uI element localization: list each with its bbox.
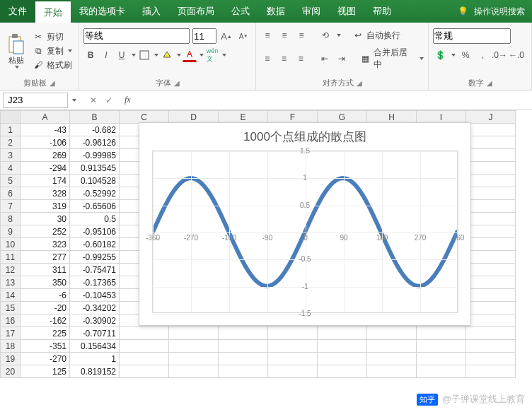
cell[interactable]: 350 bbox=[21, 276, 70, 289]
row-header[interactable]: 17 bbox=[1, 327, 21, 340]
increase-decimal-button[interactable]: .0→ bbox=[492, 48, 507, 62]
cell[interactable]: 277 bbox=[21, 251, 70, 264]
tab-my[interactable]: 我的选项卡 bbox=[71, 0, 134, 23]
cell[interactable] bbox=[466, 200, 516, 213]
cell[interactable]: 0.5 bbox=[70, 213, 120, 225]
decrease-decimal-button[interactable]: ←.0 bbox=[509, 48, 524, 62]
font-name-select[interactable] bbox=[83, 28, 190, 44]
font-size-select[interactable] bbox=[192, 28, 216, 44]
cell[interactable] bbox=[466, 289, 516, 302]
tab-file[interactable]: 文件 bbox=[0, 0, 35, 23]
cell[interactable]: -294 bbox=[21, 162, 70, 175]
cell[interactable] bbox=[417, 327, 466, 340]
tab-review[interactable]: 审阅 bbox=[294, 0, 329, 23]
cell[interactable]: -0.95106 bbox=[70, 225, 120, 238]
tab-data[interactable]: 数据 bbox=[258, 0, 294, 23]
cell[interactable] bbox=[466, 327, 516, 340]
col-header-D[interactable]: D bbox=[169, 111, 219, 124]
cell[interactable] bbox=[466, 124, 516, 136]
embedded-chart[interactable]: 1000个点组成的散点图 -360-270-180-90090180270360… bbox=[139, 122, 471, 326]
cell[interactable] bbox=[367, 340, 417, 353]
row-header[interactable]: 19 bbox=[1, 353, 21, 365]
cell[interactable] bbox=[120, 353, 169, 365]
cell[interactable] bbox=[417, 340, 466, 353]
cell[interactable]: 0.156434 bbox=[70, 340, 120, 353]
cell[interactable]: -351 bbox=[21, 340, 70, 353]
col-header-I[interactable]: I bbox=[417, 111, 466, 124]
cell[interactable] bbox=[367, 353, 417, 365]
cell[interactable]: -0.17365 bbox=[70, 276, 120, 289]
cell[interactable]: 252 bbox=[21, 225, 70, 238]
cell[interactable]: -43 bbox=[21, 124, 70, 136]
cell[interactable]: -0.60182 bbox=[70, 238, 120, 251]
cell[interactable]: 225 bbox=[21, 327, 70, 340]
italic-button[interactable]: I bbox=[99, 48, 113, 62]
decrease-font-button[interactable]: A▼ bbox=[236, 29, 250, 43]
cell[interactable] bbox=[367, 365, 417, 378]
cell[interactable]: 1 bbox=[70, 353, 120, 365]
cell[interactable] bbox=[466, 276, 516, 289]
row-header[interactable]: 6 bbox=[1, 187, 21, 200]
cell[interactable] bbox=[219, 327, 268, 340]
cell[interactable]: -0.99255 bbox=[70, 251, 120, 264]
cell[interactable] bbox=[417, 365, 466, 378]
cell[interactable]: -162 bbox=[21, 314, 70, 327]
cell[interactable]: -0.30902 bbox=[70, 314, 120, 327]
align-bottom-button[interactable]: ≡ bbox=[294, 28, 308, 42]
cell[interactable]: -0.34202 bbox=[70, 302, 120, 314]
cell[interactable] bbox=[219, 340, 268, 353]
cell[interactable]: -0.70711 bbox=[70, 327, 120, 340]
cell[interactable] bbox=[466, 264, 516, 276]
col-header-C[interactable]: C bbox=[120, 111, 169, 124]
cell[interactable] bbox=[466, 149, 516, 162]
cell[interactable]: 269 bbox=[21, 149, 70, 162]
tell-me-search[interactable]: 操作说明搜索 bbox=[474, 6, 525, 18]
merge-center-button[interactable]: 合并后居中 bbox=[374, 47, 415, 71]
comma-button[interactable]: , bbox=[475, 48, 490, 62]
cell[interactable] bbox=[268, 365, 318, 378]
format-painter-button[interactable]: 🖌格式刷 bbox=[33, 59, 72, 71]
confirm-formula-button[interactable]: ✓ bbox=[102, 95, 116, 105]
cell[interactable] bbox=[466, 225, 516, 238]
cell[interactable] bbox=[169, 365, 219, 378]
row-header[interactable]: 3 bbox=[1, 149, 21, 162]
cell[interactable] bbox=[219, 353, 268, 365]
col-header-H[interactable]: H bbox=[367, 111, 417, 124]
cell[interactable]: -106 bbox=[21, 136, 70, 149]
font-expand[interactable]: ◢ bbox=[174, 79, 180, 87]
cell[interactable] bbox=[219, 365, 268, 378]
row-header[interactable]: 10 bbox=[1, 238, 21, 251]
select-all-corner[interactable] bbox=[1, 111, 21, 124]
cell[interactable]: 0.819152 bbox=[70, 365, 120, 378]
cell[interactable] bbox=[367, 327, 417, 340]
col-header-E[interactable]: E bbox=[219, 111, 268, 124]
cell[interactable]: -0.75471 bbox=[70, 264, 120, 276]
row-header[interactable]: 20 bbox=[1, 365, 21, 378]
cell[interactable] bbox=[169, 353, 219, 365]
col-header-F[interactable]: F bbox=[268, 111, 318, 124]
row-header[interactable]: 7 bbox=[1, 200, 21, 213]
align-center-button[interactable]: ≡ bbox=[277, 52, 291, 66]
currency-button[interactable]: 💲 bbox=[433, 48, 447, 62]
paste-button[interactable]: 粘贴 bbox=[4, 33, 28, 70]
cell[interactable] bbox=[318, 353, 367, 365]
cell[interactable]: -6 bbox=[21, 289, 70, 302]
increase-font-button[interactable]: A▲ bbox=[219, 29, 233, 43]
cell[interactable]: 323 bbox=[21, 238, 70, 251]
cell[interactable] bbox=[466, 238, 516, 251]
phonetic-button[interactable]: wén文 bbox=[205, 48, 219, 62]
wrap-text-button[interactable]: 自动换行 bbox=[366, 30, 400, 42]
number-expand[interactable]: ◢ bbox=[487, 79, 492, 87]
tab-help[interactable]: 帮助 bbox=[364, 0, 400, 23]
cell[interactable]: 0.913545 bbox=[70, 162, 120, 175]
cell[interactable] bbox=[466, 175, 516, 187]
row-header[interactable]: 5 bbox=[1, 175, 21, 187]
cell[interactable] bbox=[318, 327, 367, 340]
cell[interactable] bbox=[466, 162, 516, 175]
cell[interactable] bbox=[466, 314, 516, 327]
cell[interactable] bbox=[318, 340, 367, 353]
cell[interactable]: 0.104528 bbox=[70, 175, 120, 187]
row-header[interactable]: 4 bbox=[1, 162, 21, 175]
cell[interactable] bbox=[466, 136, 516, 149]
row-header[interactable]: 11 bbox=[1, 251, 21, 264]
